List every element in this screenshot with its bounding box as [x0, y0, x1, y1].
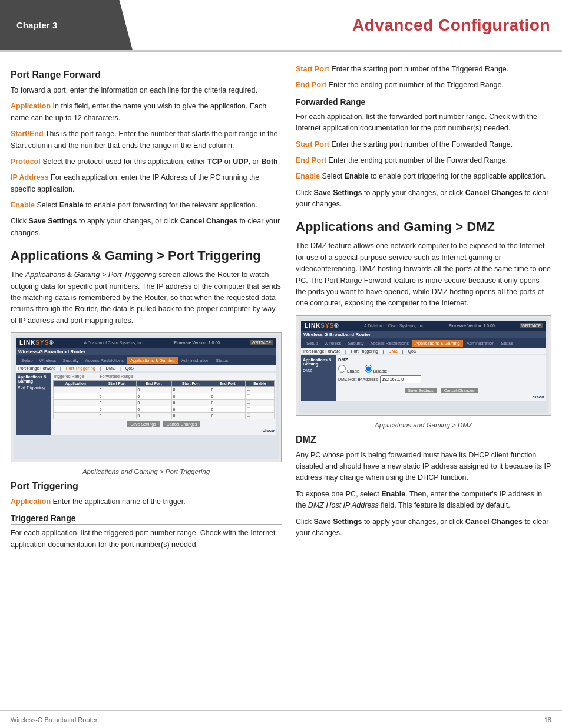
port-triggering-section-title: Applications & Gaming > Port Triggering	[11, 248, 282, 263]
end-port-para: End Port Enter the ending port number of…	[296, 80, 551, 91]
port-triggering-application-para: Application Enter the application name o…	[11, 496, 282, 508]
dmz-savesettings-para: Click Save Settings to apply your change…	[296, 516, 551, 539]
fw-end-port-para: End Port Enter the ending port number of…	[296, 155, 551, 166]
protocol-tcp: TCP	[207, 157, 222, 166]
page-footer: Wireless-G Broadband Router 18	[0, 710, 562, 728]
protocol-para: Protocol Select the protocol used for th…	[11, 156, 282, 167]
savesettings-para: Click Save Settings to apply your change…	[11, 216, 282, 239]
router-nav: Setup Wireless Security Access Restricti…	[16, 355, 276, 365]
forwarded-range-desc: For each application, list the forwarded…	[296, 111, 551, 134]
apps-gaming-dmz-intro: The DMZ feature allows one network compu…	[296, 241, 551, 309]
linksys-logo: LINKSYS®	[19, 340, 54, 346]
page-title: Advanced Configuration	[352, 16, 550, 35]
dmz-screenshot-image: LINKSYS® A Division of Cisco Systems, In…	[299, 318, 548, 413]
fw-enable-para: Enable Select Enable to enable port trig…	[296, 171, 551, 182]
fw-start-port-para: Start Port Enter the starting port numbe…	[296, 139, 551, 150]
chapter-tab: Chapter 3	[0, 0, 133, 50]
content-body: Port Range Forward To forward a port, en…	[0, 52, 562, 567]
startend-para: Start/End This is the port range. Enter …	[11, 129, 282, 151]
ipaddress-term: IP Address	[11, 173, 49, 182]
triggered-range-desc: For each application, list the triggered…	[11, 528, 282, 551]
apps-gaming-dmz-section: Applications and Gaming > DMZ The DMZ fe…	[296, 219, 551, 428]
port-triggering-title: Port Triggering	[11, 481, 282, 492]
protocol-both: Both	[261, 157, 277, 166]
forwarded-range-title: Forwarded Range	[296, 97, 551, 108]
page-number: 18	[544, 716, 551, 723]
application-term: Application	[11, 102, 51, 110]
port-triggering-caption: Applications and Gaming > Port Triggerin…	[11, 468, 282, 475]
enable-term: Enable	[11, 201, 35, 209]
dmz-screenshot: LINKSYS® A Division of Cisco Systems, In…	[296, 315, 551, 416]
application-para: Application In this field, enter the nam…	[11, 101, 282, 124]
start-port-term: Start Port	[296, 65, 329, 73]
protocol-term: Protocol	[11, 157, 41, 166]
dmz-expose-para: To expose one PC, select Enable. Then, e…	[296, 489, 551, 512]
fw-savesettings-para: Click Save Settings to apply your change…	[296, 187, 551, 210]
triggered-range-title: Triggered Range	[11, 513, 282, 525]
port-triggering-intro: The Applications & Gaming > Port Trigger…	[11, 269, 282, 327]
col-left: Port Range Forward To forward a port, en…	[11, 64, 282, 555]
fw-enable-term: Enable	[296, 172, 320, 180]
port-triggering-screenshot: LINKSYS® A Division of Cisco Systems, In…	[11, 332, 282, 462]
port-triggering-section: Applications & Gaming > Port Triggering …	[11, 248, 282, 551]
start-port-para: Start Port Enter the starting port numbe…	[296, 64, 551, 75]
startend-term: Start/End	[11, 130, 44, 138]
screenshot-image: LINKSYS® A Division of Cisco Systems, In…	[14, 335, 279, 459]
enable-para: Enable Select Enable to enable port forw…	[11, 200, 282, 211]
pt-application-term: Application	[11, 498, 51, 506]
end-port-term: End Port	[296, 81, 326, 89]
chapter-label: Chapter 3	[16, 20, 57, 30]
product-label: Wireless-G Broadband Router	[11, 716, 97, 723]
ipaddress-para: IP Address For each application, enter t…	[11, 172, 282, 195]
port-triggering-subsection: Port Triggering Application Enter the ap…	[11, 481, 282, 551]
page-header: Chapter 3 Advanced Configuration	[0, 0, 562, 52]
port-range-forward-section: Port Range Forward To forward a port, en…	[11, 70, 282, 239]
router-sidebar: Applications & Gaming Port Triggering Tr…	[16, 373, 276, 435]
port-range-forward-title: Port Range Forward	[11, 70, 282, 80]
dmz-section: DMZ Any PC whose port is being forwarded…	[296, 434, 551, 539]
dmz-intro: Any PC whose port is being forwarded mus…	[296, 450, 551, 484]
apps-gaming-dmz-title: Applications and Gaming > DMZ	[296, 219, 551, 235]
fw-end-port-term: End Port	[296, 156, 326, 164]
dmz-screenshot-caption: Applications and Gaming > DMZ	[296, 421, 551, 429]
port-range-intro: To forward a port, enter the information…	[11, 85, 282, 96]
enable-bold: Enable	[59, 201, 84, 209]
dmz-title: DMZ	[296, 434, 551, 445]
startend-desc: This is the port range. Enter the number…	[11, 130, 277, 149]
col-right: Start Port Enter the starting port numbe…	[296, 64, 551, 555]
protocol-desc: Select the protocol used for this applic…	[41, 157, 208, 166]
protocol-udp: UDP	[233, 157, 248, 166]
fw-start-port-term: Start Port	[296, 140, 329, 149]
